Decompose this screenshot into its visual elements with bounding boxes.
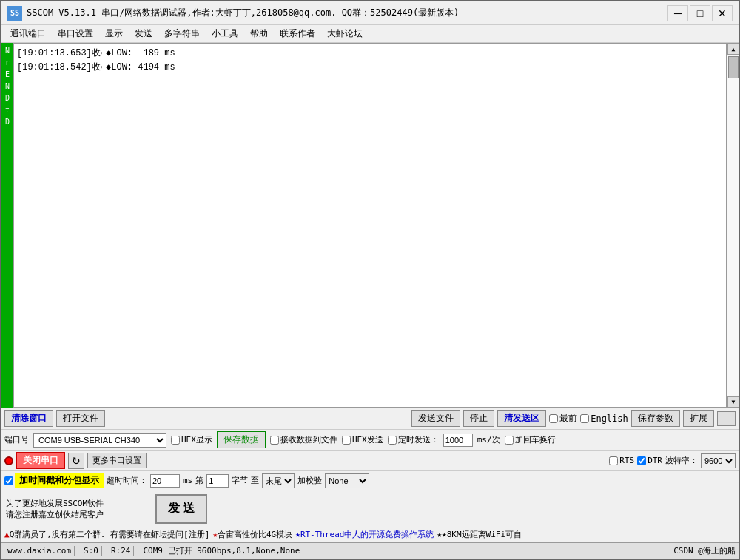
top-control-row: 清除窗口 打开文件 发送文件 停止 清发送区 最前 English 保存参数 扩… [1, 408, 739, 430]
stop-button[interactable]: 停止 [463, 410, 494, 427]
recv-to-file-label[interactable]: 接收数据到文件 [270, 434, 337, 445]
timed-unit: ms/次 [477, 434, 500, 445]
status-bar: www.daxia.com S:0 R:24 COM9 已打开 9600bps,… [1, 542, 739, 559]
promo-item1: 合宙高性价比4G模块 [218, 529, 292, 540]
add-cr-label[interactable]: 加回车换行 [505, 434, 556, 445]
byte-end-select[interactable]: 末尾 [262, 473, 295, 488]
status-port: COM9 已打开 9600bps,8,1,None,None [140, 545, 303, 556]
byte-value-input[interactable] [206, 474, 229, 488]
timestamp-checkbox-label[interactable]: 加时间戳和分包显示 [4, 473, 104, 488]
promo-triangle: ▲ [4, 530, 10, 539]
recv-to-file-checkbox[interactable] [270, 436, 279, 445]
rts-checkbox[interactable] [609, 456, 618, 465]
timestamp-row: 加时间戳和分包显示 超时时间： ms 第 字节 至 末尾 加校验 None [1, 471, 739, 490]
english-checkbox[interactable] [580, 414, 589, 423]
help-text2: 请您注册嘉立创伙结尾客户 [6, 509, 151, 520]
byte-label: 第 [195, 475, 204, 486]
clear-window-button[interactable]: 清除窗口 [4, 410, 53, 427]
hex-send-label[interactable]: HEX发送 [342, 434, 383, 445]
byte-unit: 字节 [232, 475, 248, 486]
bottom-panels: 清除窗口 打开文件 发送文件 停止 清发送区 最前 English 保存参数 扩… [1, 408, 739, 559]
scroll-track[interactable] [727, 55, 739, 396]
output-area[interactable]: [19:01:13.653]收←◆LOW: 189 ms [19:01:18.5… [13, 43, 727, 408]
ms-label: ms [183, 476, 192, 485]
port-control-row: 关闭串口 ↻ 更多串口设置 RTS DTR 波特率： 9600 [1, 451, 739, 471]
promo-star1: ★ [212, 530, 218, 539]
promo-item3: ★8KM远距离WiFi可自 [442, 529, 522, 540]
menu-contact[interactable]: 联系作者 [274, 26, 321, 41]
promo-text: Q群满员了,没有第二个群. 有需要请在虾坛提问[注册] [10, 529, 210, 540]
baud-label: 波特率： [665, 455, 698, 466]
promo-bar: ▲ Q群满员了,没有第二个群. 有需要请在虾坛提问[注册] ★ 合宙高性价比4G… [1, 527, 739, 542]
timeout-label: 超时时间： [107, 475, 147, 486]
minimize-panel-button[interactable]: — [717, 411, 736, 426]
last-checkbox-label[interactable]: 最前 [549, 412, 577, 425]
dtr-checkbox[interactable] [637, 456, 646, 465]
title-bar-left: SS SSCOM V5.13.1 串口/网络数据调试器,作者:大虾丁丁,2618… [7, 6, 459, 21]
output-line-2: [19:01:18.542]收←◆LOW: 4194 ms [17, 61, 723, 75]
timed-send-label[interactable]: 定时发送： [388, 434, 439, 445]
menu-bar: 通讯端口 串口设置 显示 发送 多字符串 小工具 帮助 联系作者 大虾论坛 [1, 25, 739, 43]
last-checkbox[interactable] [549, 414, 558, 423]
save-params-button[interactable]: 保存参数 [631, 410, 680, 427]
hex-display-checkbox[interactable] [171, 436, 180, 445]
status-watermark: CSDN @海上的船 [673, 545, 736, 556]
maximize-button[interactable]: □ [690, 5, 710, 21]
menu-tools[interactable]: 小工具 [206, 26, 244, 41]
timed-send-input[interactable]: 1000 [443, 434, 473, 447]
timeout-input[interactable] [150, 474, 180, 488]
green-char-n: N [1, 46, 13, 56]
timestamp-checkbox[interactable] [4, 476, 13, 485]
app-icon: SS [7, 6, 22, 21]
green-char-d: D [1, 93, 13, 104]
menu-send[interactable]: 发送 [129, 26, 158, 41]
close-port-button[interactable]: 关闭串口 [16, 452, 65, 469]
save-data-button[interactable]: 保存数据 [217, 431, 266, 448]
send-row: 为了更好地发展SSCOM软件 请您注册嘉立创伙结尾客户 发 送 [1, 490, 739, 527]
promo-item2: RT-Thread中人的开源免费操作系统 [300, 529, 434, 540]
port-select[interactable]: COM9 USB-SERIAL CH340 [33, 433, 166, 448]
menu-help[interactable]: 帮助 [244, 26, 274, 41]
menu-serial-settings[interactable]: 串口设置 [52, 26, 99, 41]
green-char-r: r [1, 58, 13, 68]
port-settings-row: 端口号 COM9 USB-SERIAL CH340 HEX显示 保存数据 接收数… [1, 430, 739, 451]
send-button[interactable]: 发 送 [155, 494, 207, 524]
checksum-select[interactable]: None [325, 473, 369, 488]
open-file-button[interactable]: 打开文件 [56, 410, 105, 427]
hex-display-label[interactable]: HEX显示 [171, 434, 212, 445]
english-checkbox-label[interactable]: English [580, 414, 628, 424]
output-wrapper: N r E N D t D [19:01:13.653]收←◆LOW: 189 … [1, 43, 739, 408]
promo-star2: ★ [295, 530, 300, 539]
scroll-up-button[interactable]: ▲ [727, 43, 739, 55]
menu-forum[interactable]: 大虾论坛 [321, 26, 369, 41]
promo-star3: ★ [437, 530, 442, 539]
hex-send-checkbox[interactable] [342, 436, 351, 445]
scroll-down-button[interactable]: ▼ [727, 396, 739, 408]
expand-button[interactable]: 扩展 [683, 410, 714, 427]
help-text-area: 为了更好地发展SSCOM软件 请您注册嘉立创伙结尾客户 [4, 496, 152, 522]
refresh-ports-button[interactable]: ↻ [68, 453, 84, 469]
more-settings-button[interactable]: 更多串口设置 [87, 453, 147, 468]
green-char-t: t [1, 105, 13, 115]
send-file-button[interactable]: 发送文件 [411, 410, 460, 427]
vertical-scrollbar: ▲ ▼ [727, 43, 739, 408]
menu-display[interactable]: 显示 [99, 26, 129, 41]
rts-label[interactable]: RTS [609, 456, 634, 465]
status-website: www.daxia.com [4, 546, 75, 556]
clear-send-button[interactable]: 清发送区 [497, 410, 546, 427]
timed-send-checkbox[interactable] [388, 436, 397, 445]
scroll-thumb[interactable] [728, 56, 739, 78]
minimize-button[interactable]: ─ [667, 5, 688, 21]
port-status-indicator [4, 456, 13, 465]
menu-multistring[interactable]: 多字符串 [158, 26, 206, 41]
baud-rate-select[interactable]: 9600 [701, 453, 736, 468]
add-cr-checkbox[interactable] [505, 436, 514, 445]
menu-comms[interactable]: 通讯端口 [4, 26, 52, 41]
green-char-d2: D [1, 117, 13, 127]
dtr-label[interactable]: DTR [637, 456, 662, 465]
checksum-label: 加校验 [297, 475, 322, 486]
port-label: 端口号 [4, 434, 29, 445]
title-text: SSCOM V5.13.1 串口/网络数据调试器,作者:大虾丁丁,2618058… [27, 7, 459, 19]
close-button[interactable]: ✕ [712, 5, 733, 21]
green-char-n2: N [1, 81, 13, 92]
